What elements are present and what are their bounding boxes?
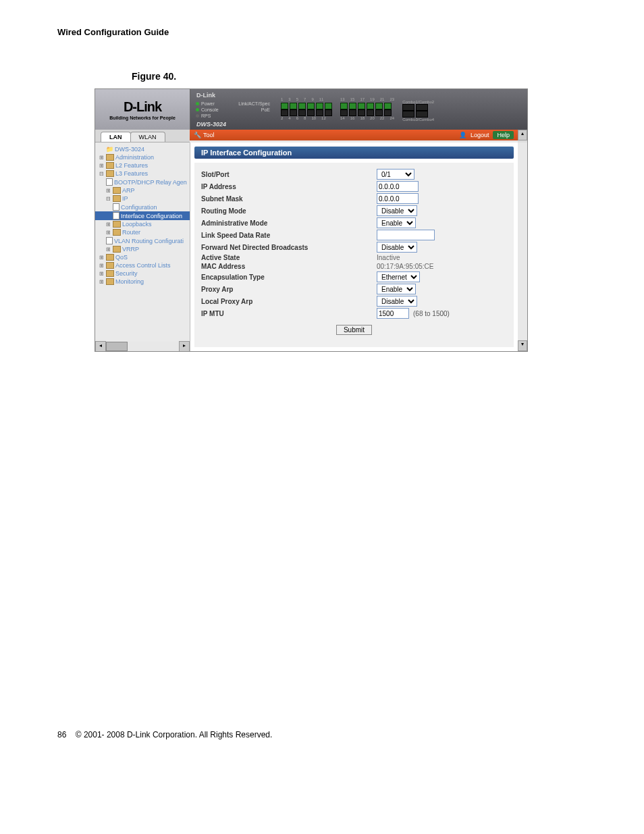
- scroll-down-icon[interactable]: ▾: [518, 340, 527, 351]
- right-scrollbar[interactable]: ▴: [518, 130, 527, 142]
- combo-label-2: Combo3/Combo4: [402, 118, 434, 122]
- status-link: Link/ACT/Spec: [238, 101, 270, 106]
- main-panel: IP Interface Configuration Slot/Port 0/1…: [190, 142, 518, 351]
- sidebar-scrollbar[interactable]: ◂ ▸: [95, 342, 190, 351]
- tree-bootp[interactable]: BOOTP/DHCP Relay Agen: [95, 178, 190, 186]
- right-scrollbar-body[interactable]: ▾: [518, 142, 527, 351]
- status-rps: RPS: [201, 113, 211, 118]
- mini-brand: D-Link: [196, 92, 215, 99]
- figure-label: Figure 40.: [132, 71, 587, 82]
- tree-monitoring[interactable]: ⊞ Monitoring: [95, 278, 190, 286]
- label-encap: Encapsulation Type: [201, 273, 377, 281]
- status-poe: PoE: [261, 107, 270, 112]
- logout-button[interactable]: Logout: [471, 132, 489, 138]
- label-speed: Link Speed Data Rate: [201, 232, 377, 239]
- select-encap[interactable]: Ethernet: [377, 271, 420, 282]
- page-number: 86: [57, 730, 66, 739]
- brand-tagline: Building Networks for People: [109, 115, 176, 120]
- tree-qos[interactable]: ⊞ QoS: [95, 253, 190, 261]
- select-proxy[interactable]: Enable: [377, 284, 416, 294]
- hint-mtu: (68 to 1500): [413, 310, 450, 317]
- logo-area: D-Link Building Networks for People: [95, 89, 190, 130]
- select-fwd[interactable]: Disable: [377, 242, 417, 253]
- status-console: Console: [201, 107, 219, 112]
- select-routing[interactable]: Disable: [377, 205, 417, 216]
- tree-iface-config[interactable]: Interface Configuration: [95, 211, 190, 220]
- select-lproxy[interactable]: Disable: [377, 296, 417, 307]
- brand-logo: D-Link: [124, 99, 161, 115]
- label-routing: Routing Mode: [201, 207, 377, 215]
- scroll-up-icon[interactable]: ▴: [518, 130, 527, 140]
- doc-header: Wired Configuration Guide: [57, 27, 587, 37]
- tree-loopbacks[interactable]: ⊞ Loopbacks: [95, 220, 190, 228]
- scroll-left-icon[interactable]: ◂: [95, 341, 106, 351]
- device-banner: D-Link Building Networks for People D-Li…: [95, 89, 527, 130]
- tree-config[interactable]: Configuration: [95, 203, 190, 211]
- switch-graphic: 1357911 24681012 131517192123 1416182022…: [275, 89, 527, 130]
- tab-row: LAN WLAN: [95, 130, 190, 142]
- label-lproxy: Local Proxy Arp: [201, 298, 377, 305]
- page-footer: 86 © 2001- 2008 D-Link Corporation. All …: [57, 730, 587, 739]
- form-area: Slot/Port 0/1 IP Address Subnet Mask Rou…: [194, 163, 514, 347]
- label-slot-port: Slot/Port: [201, 171, 377, 178]
- tree-admin[interactable]: ⊞ Administration: [95, 153, 190, 161]
- tree-vrrp[interactable]: ⊞ VRRP: [95, 245, 190, 253]
- wrench-icon: 🔧: [194, 132, 201, 138]
- tree-security[interactable]: ⊞ Security: [95, 269, 190, 278]
- submit-button[interactable]: Submit: [336, 325, 372, 335]
- label-proxy: Proxy Arp: [201, 286, 377, 293]
- tree-router[interactable]: ⊞ Router: [95, 228, 190, 236]
- label-subnet: Subnet Mask: [201, 195, 377, 203]
- input-ip-address[interactable]: [377, 181, 419, 192]
- device-model: DWS-3024: [196, 121, 226, 128]
- status-power: Power: [201, 101, 215, 106]
- screenshot-frame: D-Link Building Networks for People D-Li…: [95, 88, 528, 352]
- tree-ip[interactable]: ⊟ IP: [95, 194, 190, 203]
- panel-title: IP Interface Configuration: [194, 147, 514, 159]
- label-ip-address: IP Address: [201, 183, 377, 190]
- tree-root[interactable]: 📁 DWS-3024: [95, 145, 190, 153]
- value-mac: 00:17:9A:95:05:CE: [377, 263, 434, 270]
- input-mtu[interactable]: [377, 308, 409, 319]
- logout-icon: 👤: [459, 132, 466, 138]
- tree-vlan[interactable]: VLAN Routing Configurati: [95, 236, 190, 245]
- copyright: © 2001- 2008 D-Link Corporation. All Rig…: [76, 730, 273, 739]
- help-button[interactable]: Help: [493, 131, 514, 139]
- tab-lan[interactable]: LAN: [101, 132, 131, 142]
- tree-l3[interactable]: ⊟ L3 Features: [95, 170, 190, 178]
- tree-acl[interactable]: ⊞ Access Control Lists: [95, 261, 190, 269]
- input-subnet[interactable]: [377, 193, 419, 204]
- input-speed[interactable]: [377, 230, 435, 240]
- nav-tree: 📁 DWS-3024 ⊞ Administration ⊞ L2 Feature…: [95, 142, 190, 351]
- tool-menu[interactable]: Tool: [203, 132, 215, 138]
- tree-l2[interactable]: ⊞ L2 Features: [95, 161, 190, 170]
- label-mac: MAC Address: [201, 263, 377, 270]
- label-admin: Administrative Mode: [201, 219, 377, 227]
- tree-arp[interactable]: ⊞ ARP: [95, 186, 190, 194]
- select-admin[interactable]: Enable: [377, 217, 416, 228]
- label-active: Active State: [201, 254, 377, 261]
- label-fwd: Forward Net Directed Broadcasts: [201, 244, 377, 251]
- select-slot-port[interactable]: 0/1: [377, 169, 414, 180]
- scroll-right-icon[interactable]: ▸: [179, 341, 190, 351]
- tool-bar: 🔧 Tool 👤 Logout Help: [190, 130, 518, 140]
- value-active: Inactive: [377, 254, 400, 261]
- tab-wlan[interactable]: WLAN: [130, 132, 165, 142]
- label-mtu: IP MTU: [201, 310, 377, 317]
